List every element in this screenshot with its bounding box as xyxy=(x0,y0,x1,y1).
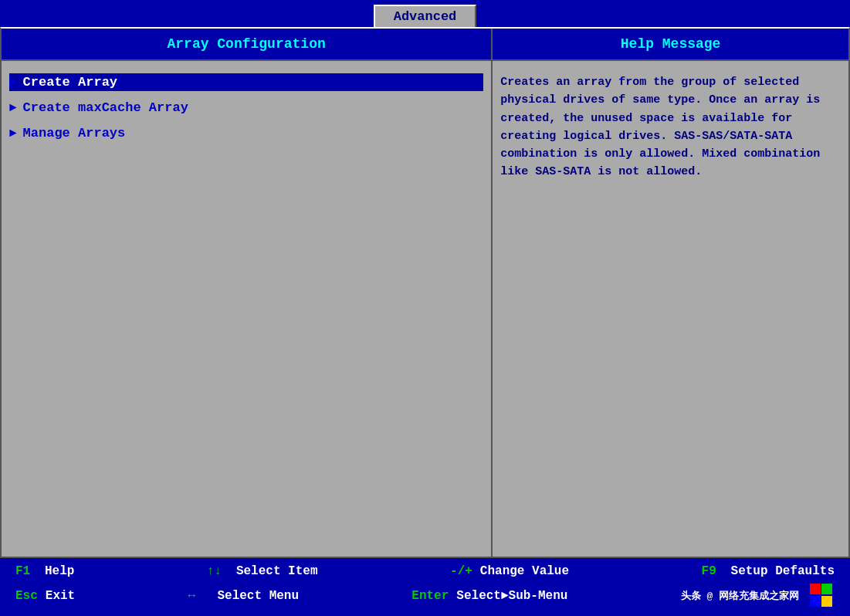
bottom-row-1: F1 Help ↑↓ Select Item -/+ Change Value … xyxy=(15,563,835,580)
key-updown: ↑↓ xyxy=(207,564,229,578)
menu-item-create-maxcache[interactable]: ► Create maxCache Array xyxy=(9,99,483,117)
key-enter: Enter xyxy=(411,589,449,603)
menu-item-manage-arrays[interactable]: ► Manage Arrays xyxy=(9,124,483,142)
menu-item-create-array[interactable]: ► Create Array xyxy=(9,73,483,91)
watermark-text: 头条 @ 网络充集成之家网 xyxy=(681,589,799,603)
key-updown-desc: Select Item xyxy=(236,564,318,578)
key-esc: Esc xyxy=(15,589,38,603)
left-column-header: Array Configuration xyxy=(2,29,491,61)
help-text: Creates an array from the group of selec… xyxy=(500,76,820,178)
bottom-item-f9: F9 Setup Defaults xyxy=(702,564,835,578)
key-leftright: ↔ xyxy=(188,589,209,603)
key-f9: F9 xyxy=(702,564,723,578)
right-column-content: Creates an array from the group of selec… xyxy=(493,61,848,557)
left-column: Array Configuration ► Create Array ► Cre… xyxy=(2,29,493,557)
top-tab-bar: Advanced xyxy=(0,0,850,27)
bottom-bar: F1 Help ↑↓ Select Item -/+ Change Value … xyxy=(0,558,850,614)
bottom-item-updown: ↑↓ Select Item xyxy=(207,564,318,578)
bottom-item-enter: Enter Select►Sub-Menu xyxy=(411,589,567,603)
bottom-item-leftright: ↔ Select Menu xyxy=(188,589,299,603)
bottom-item-f1: F1 Help xyxy=(15,564,74,578)
bottom-item-plusminus: -/+ Change Value xyxy=(450,564,569,578)
tab-advanced[interactable]: Advanced xyxy=(374,5,477,27)
key-plusminus-desc: Change Value xyxy=(480,564,569,578)
key-f1-desc: Help xyxy=(45,564,74,578)
right-column: Help Message Creates an array from the g… xyxy=(493,29,848,557)
bottom-item-watermark: 头条 @ 网络充集成之家网 xyxy=(681,584,835,608)
arrow-icon-1: ► xyxy=(9,76,17,90)
bottom-row-2: Esc Exit ↔ Select Menu Enter Select►Sub-… xyxy=(15,582,835,610)
bottom-item-esc: Esc Exit xyxy=(15,589,75,603)
arrow-icon-2: ► xyxy=(9,101,17,115)
key-plusminus: -/+ xyxy=(450,564,472,578)
menu-item-label-3: Manage Arrays xyxy=(23,126,126,140)
menu-item-label-2: Create maxCache Array xyxy=(23,100,188,115)
left-column-content: ► Create Array ► Create maxCache Array ►… xyxy=(2,61,491,557)
key-f1: F1 xyxy=(15,564,37,578)
arrow-icon-3: ► xyxy=(9,127,17,140)
key-leftright-desc: Select Menu xyxy=(217,589,299,603)
columns-wrapper: Array Configuration ► Create Array ► Cre… xyxy=(0,27,850,558)
main-area: Array Configuration ► Create Array ► Cre… xyxy=(0,27,850,558)
windows-logo-icon xyxy=(810,584,835,608)
key-esc-desc: Exit xyxy=(46,589,75,603)
key-f9-desc: Setup Defaults xyxy=(731,564,835,578)
right-column-header: Help Message xyxy=(493,29,848,61)
menu-item-label-1: Create Array xyxy=(23,75,117,90)
key-enter-desc: Select►Sub-Menu xyxy=(456,589,567,603)
